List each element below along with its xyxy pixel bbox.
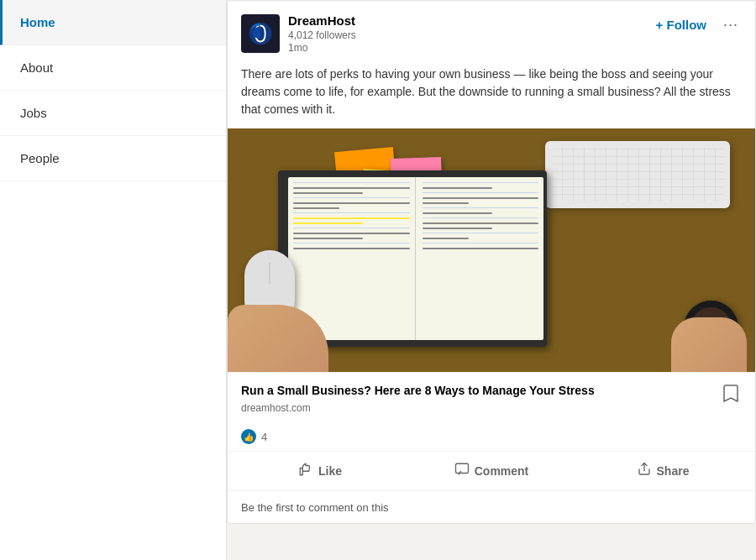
article-domain: dreamhost.com	[241, 402, 720, 414]
company-followers: 4,012 followers	[288, 29, 356, 43]
like-reaction-icon: 👍	[241, 429, 256, 444]
post-header: DreamHost 4,012 followers 1mo + Follow ·…	[228, 1, 755, 64]
post-image	[228, 128, 755, 372]
sidebar: Home About Jobs People	[0, 0, 227, 560]
first-comment-prompt: Be the first to comment on this	[241, 501, 389, 514]
company-logo[interactable]	[241, 14, 280, 53]
notebook-inner	[288, 177, 543, 340]
notebook-decoration	[278, 170, 547, 347]
more-options-button[interactable]: ···	[720, 13, 742, 37]
svg-rect-2	[455, 464, 468, 474]
like-button[interactable]: Like	[234, 453, 406, 489]
keyboard-decoration	[545, 141, 730, 208]
comment-label: Comment	[475, 464, 529, 478]
bookmark-button[interactable]	[720, 381, 742, 409]
share-icon	[637, 462, 652, 480]
post-time: 1mo	[288, 42, 356, 55]
follow-button[interactable]: + Follow	[651, 14, 711, 35]
share-button[interactable]: Share	[577, 453, 748, 489]
sidebar-item-jobs[interactable]: Jobs	[0, 91, 226, 136]
sidebar-item-label: Jobs	[20, 106, 47, 120]
post-body-text: There are lots of perks to having your o…	[228, 64, 755, 128]
like-label: Like	[318, 464, 342, 478]
sidebar-item-label: People	[20, 151, 60, 165]
company-info: DreamHost 4,012 followers 1mo	[288, 13, 356, 55]
sidebar-item-label: Home	[20, 15, 55, 29]
article-info: Run a Small Business? Here are 8 Ways to…	[241, 383, 720, 415]
hand-right-decoration	[671, 317, 747, 372]
sidebar-item-people[interactable]: People	[0, 136, 226, 181]
bookmark-icon	[723, 385, 738, 403]
article-section: Run a Small Business? Here are 8 Ways to…	[228, 372, 755, 425]
article-title[interactable]: Run a Small Business? Here are 8 Ways to…	[241, 383, 720, 400]
notebook-right-page	[417, 177, 544, 340]
company-name[interactable]: DreamHost	[288, 13, 356, 29]
post-header-right: + Follow ···	[651, 13, 742, 37]
actions-row: Like Comment	[228, 451, 755, 490]
sidebar-item-home[interactable]: Home	[0, 0, 226, 45]
reactions-row: 👍 4	[228, 424, 755, 451]
share-label: Share	[657, 464, 690, 478]
comment-button[interactable]: Comment	[406, 453, 577, 489]
desk-scene	[228, 128, 755, 372]
reaction-count: 4	[261, 431, 267, 443]
comments-section: Be the first to comment on this	[228, 490, 755, 523]
post-header-left: DreamHost 4,012 followers 1mo	[241, 13, 356, 55]
sidebar-item-about[interactable]: About	[0, 45, 226, 91]
post-card: DreamHost 4,012 followers 1mo + Follow ·…	[227, 0, 756, 524]
like-icon	[298, 462, 313, 480]
main-content: DreamHost 4,012 followers 1mo + Follow ·…	[227, 0, 756, 560]
comment-icon	[454, 462, 470, 480]
sidebar-item-label: About	[20, 60, 53, 75]
